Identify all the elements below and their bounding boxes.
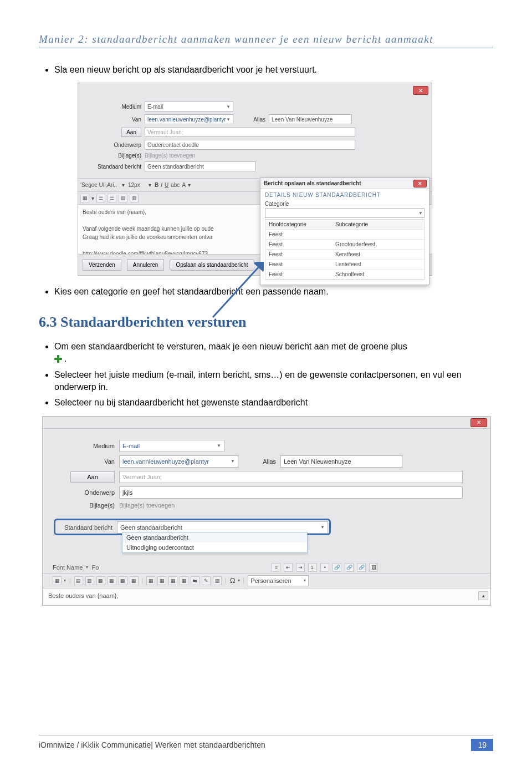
list-ordered-icon[interactable]: 1. (308, 563, 317, 572)
alias-label: Alias (237, 116, 265, 123)
chevron-down-icon: ▾ (188, 182, 191, 188)
message-body[interactable]: Beste ouders van {naam}, ▴ (43, 588, 490, 605)
scroll-up-icon[interactable]: ▴ (478, 591, 488, 600)
toolbar-icon[interactable]: ▨ (213, 576, 222, 585)
toolbar-icon[interactable]: ≡ (272, 563, 280, 572)
table-toolbar-row: ▦▾ | ▤ ▥ ▦ ▦ ▦ ▦ | ▦ ▦ ▦ ▦ ⇆ ✎ ▨ | Ω▾ | … (43, 574, 490, 588)
chevron-down-icon: ▼ (226, 104, 231, 109)
bullet-item: Selecteer het juiste medium (e-mail, int… (54, 369, 493, 394)
omega-icon[interactable]: Ω (230, 576, 236, 585)
toolbar-icon[interactable]: ▦ (130, 576, 139, 585)
font-toolbar-row: Font Name ▾ Fo ≡ ⇤ ⇥ 1. • 🔗 🔗 🔗 🖼 (43, 561, 490, 574)
font-select[interactable]: 'Segoe UI',Ari..▾ (80, 180, 126, 190)
std-select[interactable]: Geen standaardbericht (145, 161, 255, 171)
toolbar-icon[interactable]: ▦ (180, 576, 188, 585)
chevron-down-icon: ▾ (149, 182, 151, 188)
toolbar-icon[interactable]: ▦ (96, 576, 105, 585)
strike-icon[interactable]: abc (171, 182, 180, 188)
bullet-item: Om een standaardbericht te versturen, ma… (54, 341, 493, 366)
cancel-button[interactable]: Annuleren (127, 259, 165, 271)
chevron-down-icon: ▾ (304, 578, 306, 583)
close-icon[interactable]: ✕ (413, 180, 427, 187)
fontname-label: Font Name (53, 564, 83, 571)
toolbar-icon[interactable]: ▦ (80, 194, 89, 202)
subject-input[interactable] (119, 486, 463, 499)
fontsize-select[interactable]: 12px▾ (128, 180, 152, 190)
fontcolor-icon[interactable]: A (182, 182, 186, 188)
alias-input[interactable] (269, 114, 352, 124)
to-button[interactable]: Aan (70, 471, 115, 483)
dropdown-option[interactable]: Geen standaardbericht (122, 532, 307, 542)
attachment-placeholder[interactable]: Bijlage(s) toevoegen (145, 153, 195, 159)
medium-label: Medium (86, 104, 141, 110)
table-row[interactable]: FeestKerstfeest (265, 250, 424, 260)
toolbar-icon[interactable]: ▤ (119, 194, 127, 202)
personalize-select[interactable]: Personaliseren▾ (248, 575, 309, 586)
toolbar-icon[interactable]: ▥ (130, 194, 139, 202)
std-label: Standaard bericht (86, 164, 141, 170)
toolbar-icon[interactable]: ▦ (168, 576, 177, 585)
chevron-down-icon: ▾ (91, 195, 94, 201)
col-sub: Subcategorie (332, 220, 424, 230)
bullet-item: Kies een categorie en geef het standaard… (54, 286, 493, 298)
from-label: Van (54, 458, 115, 465)
save-standard-dialog: Bericht opslaan als standaardbericht ✕ D… (260, 177, 429, 285)
outdent-icon[interactable]: ⇤ (284, 563, 293, 572)
table-icon[interactable]: ▦ (53, 576, 62, 585)
underline-icon[interactable]: U (165, 182, 168, 188)
link-icon[interactable]: 🔗 (332, 563, 341, 572)
close-icon[interactable]: ✕ (413, 86, 428, 95)
page-footer: iOmniwize / iKklik Communicatie| Werken … (39, 735, 493, 751)
italic-icon[interactable]: I (161, 182, 162, 188)
send-button[interactable]: Verzenden (83, 259, 121, 271)
chevron-down-icon: ▾ (238, 578, 240, 583)
std-dropdown: Geen standaardbericht Uitnodiging ouderc… (122, 532, 308, 553)
toolbar-icon[interactable]: ☰ (108, 194, 116, 202)
from-select[interactable]: leen.vannieuwenhuyze@plantyr▼ (145, 114, 233, 124)
toolbar-icon[interactable]: ▤ (74, 576, 83, 585)
table-row[interactable]: Feest (265, 230, 424, 240)
to-input[interactable] (119, 471, 463, 483)
attachment-placeholder[interactable]: Bijlage(s) toevoegen (119, 502, 175, 509)
toolbar-icon[interactable]: ▦ (119, 576, 127, 585)
medium-select[interactable]: E-mail▼ (145, 102, 233, 111)
chevron-down-icon: ▼ (231, 459, 235, 464)
to-input[interactable] (145, 127, 355, 137)
chevron-down-icon: ▼ (320, 525, 325, 530)
subject-input[interactable] (145, 140, 355, 150)
std-label: Standaard bericht (57, 524, 112, 531)
toolbar-icon[interactable]: ☰ (96, 194, 105, 202)
link-icon[interactable]: 🔗 (345, 563, 354, 572)
dialog-title: Bericht opslaan als standaardbericht ✕ (260, 178, 429, 189)
link-icon[interactable]: 🔗 (357, 563, 366, 572)
attachment-label: Bijlage(s) (86, 153, 141, 159)
toolbar-icon[interactable]: ▥ (85, 576, 94, 585)
footer-text: iOmniwize / iKklik Communicatie| Werken … (39, 740, 265, 749)
screenshot-compose-2: ✕ Medium E-mail▼ Van leen.vannieuwenhuyz… (42, 416, 491, 606)
chevron-down-icon: ▾ (86, 565, 88, 570)
save-as-standard-button[interactable]: Opslaan als standaardbericht (170, 259, 254, 271)
toolbar-icon[interactable]: ▦ (108, 576, 116, 585)
subject-label: Onderwerp (54, 489, 115, 496)
category-select[interactable]: ▼ (265, 208, 424, 218)
image-icon[interactable]: 🖼 (369, 563, 378, 572)
from-select[interactable]: leen.vannieuwenhuyze@plantyr▼ (119, 455, 238, 468)
table-row[interactable]: FeestLentefeest (265, 260, 424, 270)
bold-icon[interactable]: B (155, 182, 158, 188)
table-row[interactable]: FeestGrootouderfeest (265, 240, 424, 250)
indent-icon[interactable]: ⇥ (296, 563, 305, 572)
toolbar-icon[interactable]: ✎ (202, 576, 211, 585)
to-button[interactable]: Aan (121, 128, 141, 137)
table-row[interactable]: FeestSchoolfeest (265, 270, 424, 280)
toolbar-icon[interactable]: ⇆ (191, 576, 200, 585)
list-bullet-icon[interactable]: • (320, 563, 329, 572)
chevron-down-icon: ▾ (122, 182, 125, 188)
toolbar-icon[interactable]: ▦ (146, 576, 155, 585)
close-icon[interactable]: ✕ (470, 418, 487, 427)
alias-input[interactable] (280, 455, 402, 468)
chevron-down-icon: ▼ (418, 211, 423, 216)
toolbar-icon[interactable]: ▦ (157, 576, 166, 585)
medium-select[interactable]: E-mail▼ (119, 440, 224, 452)
dropdown-option[interactable]: Uitnodiging oudercontact (122, 542, 307, 552)
window-titlebar: ✕ (43, 417, 490, 429)
